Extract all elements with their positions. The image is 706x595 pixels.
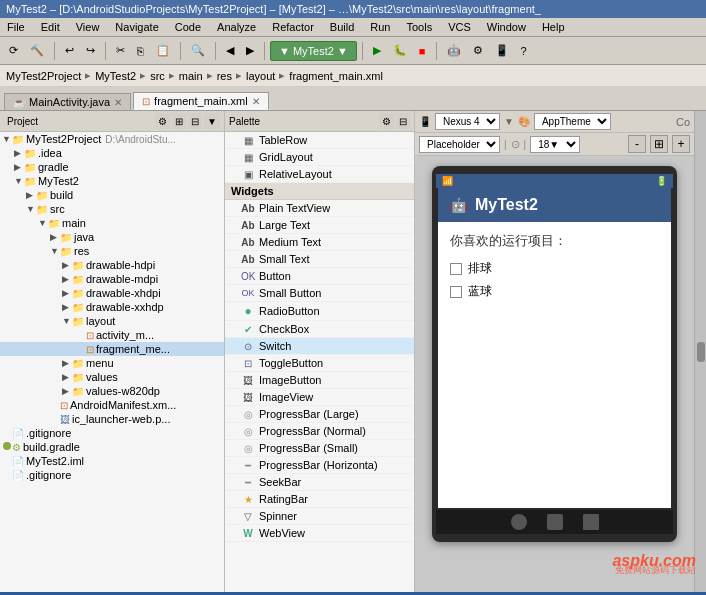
project-sync-btn[interactable]: ⚙ (155, 113, 170, 129)
tree-item-root[interactable]: ▼ 📁 MyTest2Project D:\AndroidStu... (0, 132, 224, 146)
tree-item-menu[interactable]: ▶ 📁 menu (0, 356, 224, 370)
toolbar-nav-left-btn[interactable]: ◀ (221, 40, 239, 62)
tree-item-ic-launcher[interactable]: 🖼 ic_launcher-web.p... (0, 412, 224, 426)
palette-item-gridlayout[interactable]: ▦ GridLayout (225, 149, 414, 166)
menu-refactor[interactable]: Refactor (269, 20, 317, 34)
toolbar-avd-btn[interactable]: 📱 (490, 40, 514, 62)
palette-item-plain-textview[interactable]: Ab Plain TextView (225, 200, 414, 217)
menu-tools[interactable]: Tools (403, 20, 435, 34)
designer-device-select[interactable]: Nexus 4 (435, 113, 500, 130)
palette-item-imagebutton[interactable]: 🖼 ImageButton (225, 372, 414, 389)
toolbar-help-btn[interactable]: ? (516, 40, 532, 62)
tree-item-src[interactable]: ▼ 📁 src (0, 202, 224, 216)
toolbar-build-btn[interactable]: 🔨 (25, 40, 49, 62)
project-settings-btn[interactable]: ▼ (204, 113, 220, 129)
tab-fragment-close[interactable]: ✕ (252, 96, 260, 107)
right-scrollbar[interactable] (694, 111, 706, 592)
menu-edit[interactable]: Edit (38, 20, 63, 34)
tree-item-values-w820dp[interactable]: ▶ 📁 values-w820dp (0, 384, 224, 398)
tab-mainactivity[interactable]: ☕ MainActivity.java ✕ (4, 93, 131, 110)
palette-item-small-button[interactable]: OK Small Button (225, 285, 414, 302)
toolbar-paste-btn[interactable]: 📋 (151, 40, 175, 62)
project-expand-btn[interactable]: ⊞ (172, 113, 186, 129)
palette-section-widgets[interactable]: Widgets (225, 183, 414, 200)
palette-item-radiobutton[interactable]: ● RadioButton (225, 302, 414, 321)
toolbar-copy-btn[interactable]: ⎘ (132, 40, 149, 62)
tree-item-mytest2-iml[interactable]: 📄 MyTest2.iml (0, 454, 224, 468)
tree-item-gitignore[interactable]: 📄 .gitignore (0, 426, 224, 440)
palette-item-progressbar-normal[interactable]: ◎ ProgressBar (Normal) (225, 423, 414, 440)
palette-item-progressbar-small[interactable]: ◎ ProgressBar (Small) (225, 440, 414, 457)
toolbar-debug-btn[interactable]: 🐛 (388, 40, 412, 62)
palette-item-large-text[interactable]: Ab Large Text (225, 217, 414, 234)
toolbar-sdk-btn[interactable]: ⚙ (468, 40, 488, 62)
menu-file[interactable]: File (4, 20, 28, 34)
tree-item-drawable-mdpi[interactable]: ▶ 📁 drawable-mdpi (0, 272, 224, 286)
menu-help[interactable]: Help (539, 20, 568, 34)
tree-item-gitignore2[interactable]: 📄 .gitignore (0, 468, 224, 482)
palette-item-spinner[interactable]: ▽ Spinner (225, 508, 414, 525)
breadcrumb-item-4[interactable]: res (217, 70, 232, 82)
breadcrumb-item-5[interactable]: layout (246, 70, 275, 82)
palette-item-button[interactable]: OK Button (225, 268, 414, 285)
nav-back-btn[interactable] (511, 514, 527, 530)
menu-run[interactable]: Run (367, 20, 393, 34)
tree-item-java[interactable]: ▶ 📁 java (0, 230, 224, 244)
checkbox-pq[interactable] (450, 263, 462, 275)
tree-item-build[interactable]: ▶ 📁 build (0, 188, 224, 202)
tree-item-drawable-xxhdpi[interactable]: ▶ 📁 drawable-xxhdp (0, 300, 224, 314)
palette-item-switch[interactable]: ⊙ Switch (225, 338, 414, 355)
breadcrumb-item-6[interactable]: fragment_main.xml (289, 70, 383, 82)
palette-item-tablerow[interactable]: ▦ TableRow (225, 132, 414, 149)
toolbar-stop-btn[interactable]: ■ (414, 40, 431, 62)
checkbox-lq[interactable] (450, 286, 462, 298)
toolbar-cut-btn[interactable]: ✂ (111, 40, 130, 62)
menu-navigate[interactable]: Navigate (112, 20, 161, 34)
palette-filter-btn[interactable]: ⊟ (396, 113, 410, 129)
tab-mainactivity-close[interactable]: ✕ (114, 97, 122, 108)
tree-item-values[interactable]: ▶ 📁 values (0, 370, 224, 384)
designer-api-select[interactable]: 18▼ (530, 136, 580, 153)
menu-view[interactable]: View (73, 20, 103, 34)
toolbar-nav-right-btn[interactable]: ▶ (241, 40, 259, 62)
tree-item-res[interactable]: ▼ 📁 res (0, 244, 224, 258)
menu-vcs[interactable]: VCS (445, 20, 474, 34)
nav-recent-btn[interactable] (583, 514, 599, 530)
tree-item-androidmanifest[interactable]: ⊡ AndroidManifest.xm... (0, 398, 224, 412)
toolbar-run-btn[interactable]: ▶ (368, 40, 386, 62)
palette-item-ratingbar[interactable]: ★ RatingBar (225, 491, 414, 508)
menu-window[interactable]: Window (484, 20, 529, 34)
scrollbar-thumb[interactable] (697, 342, 705, 362)
toolbar-find-btn[interactable]: 🔍 (186, 40, 210, 62)
designer-zoom-out-btn[interactable]: - (628, 135, 646, 153)
palette-item-seekbar[interactable]: ━ SeekBar (225, 474, 414, 491)
designer-placeholder-select[interactable]: Placeholder (419, 136, 500, 153)
tree-item-mytest2[interactable]: ▼ 📁 MyTest2 (0, 174, 224, 188)
breadcrumb-item-3[interactable]: main (179, 70, 203, 82)
palette-item-progressbar-large[interactable]: ◎ ProgressBar (Large) (225, 406, 414, 423)
toolbar-undo-btn[interactable]: ↩ (60, 40, 79, 62)
tree-item-drawable-xhdpi[interactable]: ▶ 📁 drawable-xhdpi (0, 286, 224, 300)
tree-item-gradle[interactable]: ▶ 📁 gradle (0, 160, 224, 174)
palette-item-medium-text[interactable]: Ab Medium Text (225, 234, 414, 251)
palette-item-togglebutton[interactable]: ⊡ ToggleButton (225, 355, 414, 372)
palette-item-checkbox[interactable]: ✔ CheckBox (225, 321, 414, 338)
designer-zoom-fit-btn[interactable]: ⊞ (650, 135, 668, 153)
tab-fragment-main[interactable]: ⊡ fragment_main.xml ✕ (133, 92, 269, 110)
toolbar-redo-btn[interactable]: ↪ (81, 40, 100, 62)
breadcrumb-item-1[interactable]: MyTest2 (95, 70, 136, 82)
palette-item-webview[interactable]: W WebView (225, 525, 414, 542)
palette-item-small-text[interactable]: Ab Small Text (225, 251, 414, 268)
menu-code[interactable]: Code (172, 20, 204, 34)
breadcrumb-item-2[interactable]: src (150, 70, 165, 82)
designer-theme-select[interactable]: AppTheme (534, 113, 611, 130)
tree-item-fragment-main[interactable]: ⊡ fragment_me... (0, 342, 224, 356)
project-collapse-btn[interactable]: ⊟ (188, 113, 202, 129)
breadcrumb-item-0[interactable]: MyTest2Project (6, 70, 81, 82)
palette-item-relativelayout[interactable]: ▣ RelativeLayout (225, 166, 414, 183)
menu-build[interactable]: Build (327, 20, 357, 34)
run-config-select[interactable]: ▼ MyTest2 ▼ (270, 41, 357, 61)
menu-analyze[interactable]: Analyze (214, 20, 259, 34)
palette-settings-btn[interactable]: ⚙ (379, 113, 394, 129)
tree-item-layout[interactable]: ▼ 📁 layout (0, 314, 224, 328)
